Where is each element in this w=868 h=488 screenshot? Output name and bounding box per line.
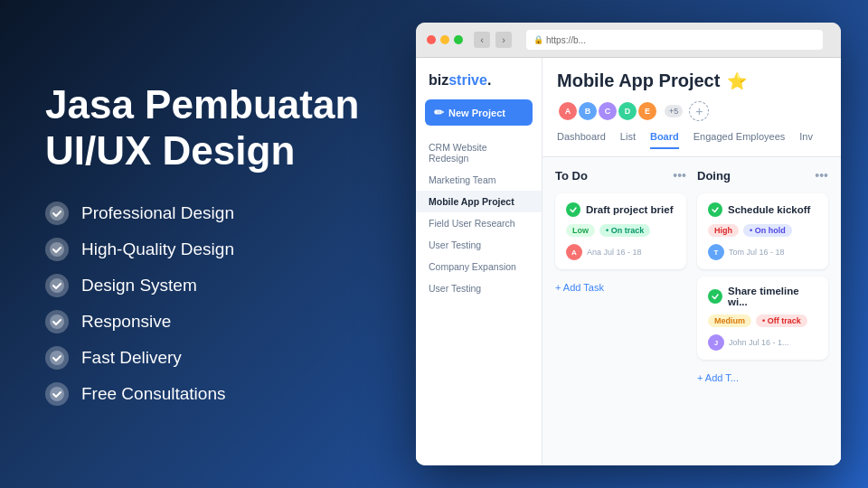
new-project-button[interactable]: ✏ New Project: [425, 99, 533, 126]
column-menu-doing[interactable]: •••: [815, 168, 828, 183]
sidebar-logo: bizstrive.: [416, 69, 542, 99]
sidebar: bizstrive. ✏ New Project CRM Website Red…: [416, 58, 542, 465]
avatar-4: E: [637, 100, 658, 122]
badge-onhold: • On hold: [743, 224, 792, 237]
feature-item-responsive: Responsive: [45, 310, 371, 333]
project-header: Mobile App Project ⭐ ABCDE+5+ DashboardL…: [542, 58, 841, 157]
task-assignee-draft-project-brief: A Ana Jul 16 - 18: [566, 244, 642, 260]
task-title-row: Draft project brief: [566, 202, 675, 217]
tab-dashboard[interactable]: Dashboard: [557, 131, 606, 149]
sidebar-item-user-testing1[interactable]: User Testing: [416, 234, 542, 256]
column-header-doing: Doing •••: [697, 168, 828, 183]
main-title: Jasa Pembuatan UI/UX Design: [45, 82, 371, 174]
task-title-text-share-timeline: Share timeline wi...: [728, 286, 817, 307]
check-icon-professional: [45, 202, 69, 225]
column-title-todo: To Do: [555, 169, 588, 183]
task-badges-share-timeline: Medium• Off track: [708, 314, 817, 327]
sidebar-item-mobile-app[interactable]: Mobile App Project: [416, 191, 542, 212]
check-icon-design-system: [45, 274, 69, 297]
project-title-row: Mobile App Project ⭐: [557, 70, 826, 91]
forward-button[interactable]: ›: [495, 32, 512, 48]
minimize-dot[interactable]: [440, 35, 449, 44]
right-panel: ‹ › 🔒 https://b... bizstrive. ✏ New Proj…: [416, 0, 868, 488]
avatar-2: C: [597, 100, 618, 122]
sidebar-item-crm[interactable]: CRM Website Redesign: [416, 136, 542, 169]
task-avatar-draft-project-brief: A: [566, 244, 582, 260]
new-project-icon: ✏: [434, 106, 444, 119]
nav-tabs: DashboardListBoardEngaged EmployeesInv: [557, 131, 826, 149]
close-dot[interactable]: [427, 35, 436, 44]
task-card-share-timeline[interactable]: Share timeline wi... Medium• Off track J…: [697, 277, 828, 360]
badge-medium: Medium: [708, 314, 751, 327]
checkmark-svg: [50, 387, 64, 401]
badge-low: Low: [566, 224, 595, 237]
url-bar[interactable]: 🔒 https://b...: [526, 30, 823, 50]
svg-point-1: [50, 242, 64, 257]
task-badges-draft-project-brief: Low• On track: [566, 224, 675, 237]
svg-point-4: [50, 351, 64, 365]
main-content: Mobile App Project ⭐ ABCDE+5+ DashboardL…: [542, 58, 841, 465]
avatar-count: +5: [665, 105, 683, 117]
svg-point-3: [50, 314, 64, 329]
task-title-row: Schedule kickoff: [708, 202, 817, 217]
task-footer-draft-project-brief: A Ana Jul 16 - 18: [566, 244, 675, 260]
task-check-icon: [566, 202, 580, 217]
svg-point-5: [50, 387, 64, 401]
task-avatar-schedule-kickoff: T: [708, 244, 724, 260]
check-icon-high-quality: [45, 238, 69, 261]
sidebar-items-container: CRM Website RedesignMarketing TeamMobile…: [416, 136, 542, 299]
tab-list[interactable]: List: [620, 131, 636, 149]
feature-item-free-consultations: Free Consultations: [45, 382, 371, 406]
feature-item-high-quality: High-Quality Design: [45, 238, 371, 261]
avatars-row: ABCDE+5+: [557, 100, 826, 122]
add-task-button-doing[interactable]: + Add T...: [697, 367, 828, 389]
feature-text-fast-delivery: Fast Delivery: [81, 348, 182, 368]
browser-dots: [427, 35, 463, 44]
add-task-button-todo[interactable]: + Add Task: [555, 277, 686, 298]
task-check-icon: [708, 289, 722, 304]
kanban-column-todo: To Do ••• Draft project brief Low• On tr…: [555, 168, 686, 455]
task-avatar-share-timeline: J: [708, 334, 724, 351]
tab-engaged[interactable]: Engaged Employees: [693, 131, 786, 149]
column-menu-todo[interactable]: •••: [673, 168, 686, 183]
svg-point-0: [50, 206, 64, 221]
task-card-draft-project-brief[interactable]: Draft project brief Low• On track A Ana …: [555, 193, 686, 269]
kanban-column-doing: Doing ••• Schedule kickoff High• On hold…: [697, 168, 828, 455]
tab-board[interactable]: Board: [650, 131, 679, 149]
task-assignee-share-timeline: J John Jul 16 - 1...: [708, 334, 789, 351]
tab-inv[interactable]: Inv: [799, 131, 813, 149]
checkmark-svg: [50, 278, 64, 293]
task-assignee-schedule-kickoff: T Tom Jul 16 - 18: [708, 244, 785, 260]
add-member-button[interactable]: +: [689, 101, 709, 121]
feature-text-responsive: Responsive: [81, 312, 171, 332]
task-date-share-timeline: John Jul 16 - 1...: [729, 338, 789, 347]
task-title-text-draft-project-brief: Draft project brief: [586, 204, 674, 215]
browser-nav: ‹ ›: [474, 32, 512, 48]
browser-chrome: ‹ › 🔒 https://b...: [416, 23, 841, 58]
task-badges-schedule-kickoff: High• On hold: [708, 224, 817, 237]
back-button[interactable]: ‹: [474, 32, 490, 48]
task-footer-schedule-kickoff: T Tom Jul 16 - 18: [708, 244, 817, 260]
project-title: Mobile App Project: [557, 70, 720, 91]
feature-item-fast-delivery: Fast Delivery: [45, 346, 371, 370]
sidebar-item-field-user[interactable]: Field User Research: [416, 212, 542, 234]
sidebar-item-company-expansion[interactable]: Company Expansion: [416, 256, 542, 277]
checkmark-svg: [50, 351, 64, 365]
checkmark-svg: [50, 206, 64, 221]
task-title-text-schedule-kickoff: Schedule kickoff: [728, 204, 810, 215]
sidebar-item-marketing[interactable]: Marketing Team: [416, 169, 542, 191]
task-card-schedule-kickoff[interactable]: Schedule kickoff High• On hold T Tom Jul…: [697, 193, 828, 269]
avatar-0: A: [557, 100, 579, 122]
feature-text-professional: Professional Design: [81, 203, 234, 223]
task-date-schedule-kickoff: Tom Jul 16 - 18: [729, 248, 785, 257]
task-check-icon: [708, 202, 722, 217]
avatar-3: D: [617, 100, 638, 122]
badge-high: High: [708, 224, 739, 237]
task-title-row: Share timeline wi...: [708, 286, 817, 307]
check-icon-responsive: [45, 310, 69, 333]
check-icon-fast-delivery: [45, 346, 69, 370]
task-date-draft-project-brief: Ana Jul 16 - 18: [587, 248, 642, 257]
sidebar-item-user-testing2[interactable]: User Testing: [416, 277, 542, 299]
maximize-dot[interactable]: [454, 35, 463, 44]
feature-text-high-quality: High-Quality Design: [81, 239, 234, 259]
